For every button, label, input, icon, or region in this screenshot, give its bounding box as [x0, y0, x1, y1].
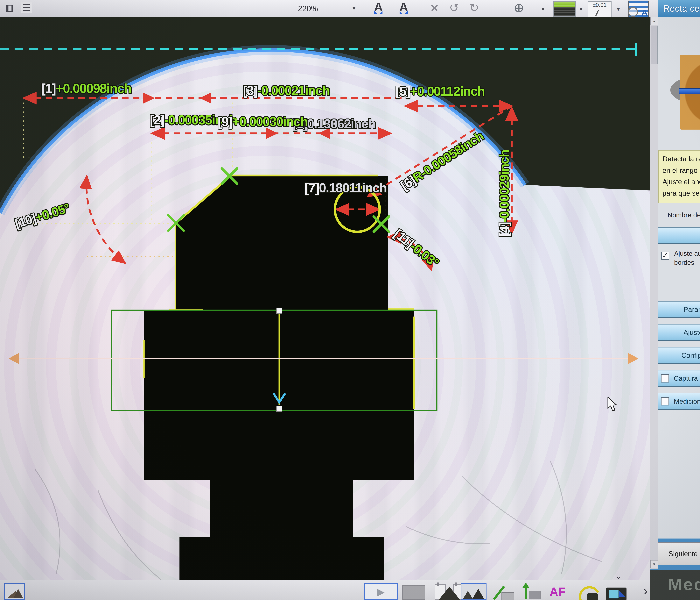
- stage-illustration-centerline: [679, 88, 700, 94]
- vertical-scrollbar[interactable]: ▲ ▼: [650, 17, 658, 569]
- auto-adjust-checkbox[interactable]: ✓: [661, 252, 669, 260]
- measurement-label-4[interactable]: [4]-0.00029inch: [498, 150, 510, 237]
- tolerance-icon[interactable]: ±0.01: [588, 1, 611, 17]
- scroll-chevron-down-icon[interactable]: ⌄: [615, 571, 622, 581]
- autofocus-icon[interactable]: AF: [550, 585, 566, 599]
- focus-capture-row[interactable]: Captura de enfoque automát: [657, 370, 700, 387]
- description-line: en el rango de detección de b: [662, 165, 700, 176]
- description-line: para que se incluyan ambos b: [662, 188, 700, 199]
- edge-draw-icon[interactable]: [497, 584, 514, 600]
- measure-mode-label[interactable]: Medir: [668, 575, 700, 594]
- mountain-icon: [438, 587, 460, 600]
- manual-measure-checkbox[interactable]: [661, 397, 669, 405]
- font-decrease-icon[interactable]: A: [374, 1, 383, 13]
- image-view-icon[interactable]: [460, 583, 486, 600]
- zoom-level[interactable]: 220%: [298, 4, 318, 13]
- font-increase-icon[interactable]: A: [399, 1, 408, 13]
- measurement-label-7[interactable]: [7]0.18011inch: [304, 182, 387, 194]
- auto-adjust-label-line2: bordes: [674, 259, 694, 266]
- zoom-dropdown-icon[interactable]: ▾: [352, 5, 355, 11]
- scroll-up-button[interactable]: ▲: [650, 17, 658, 25]
- tolerance-dropdown-icon[interactable]: ▾: [617, 6, 620, 13]
- mouse-cursor: [607, 397, 619, 412]
- list-icon[interactable]: ☰: [21, 2, 32, 13]
- expand-right-icon[interactable]: ›: [644, 584, 648, 598]
- delete-icon[interactable]: ✕: [430, 2, 439, 14]
- edge-swatch-icon[interactable]: [553, 1, 576, 17]
- measurement-label-3[interactable]: [3]-0.00021inch: [243, 84, 330, 97]
- circle-tool-icon[interactable]: ⊕: [514, 0, 524, 15]
- description-line: Ajuste el ancho del rango de: [662, 176, 700, 188]
- measure-up-icon[interactable]: [521, 582, 539, 600]
- undo-icon[interactable]: ↺: [449, 1, 459, 15]
- camera-icon[interactable]: [606, 587, 626, 600]
- panel-title: Recta central: [657, 0, 700, 17]
- image-thumb-icon[interactable]: [4, 583, 25, 600]
- report-lens-icon: [628, 7, 638, 17]
- measure-mode-area: Medir R: [650, 570, 700, 600]
- element-name-label: Nombre de elemento: [668, 211, 700, 219]
- viewport-overlay: [0, 17, 650, 580]
- play-button[interactable]: ▶: [364, 583, 398, 600]
- film-icon[interactable]: ▥: [5, 2, 14, 13]
- fit-function-header[interactable]: Función de ajuste: [657, 227, 700, 244]
- focus-capture-checkbox[interactable]: [661, 375, 669, 383]
- swatch-dropdown-icon[interactable]: ▾: [580, 6, 582, 13]
- measurement-label-9[interactable]: [9]+0.00030inch: [218, 115, 308, 128]
- manual-measure-row[interactable]: Medición manual: [657, 393, 700, 410]
- top-toolbar: ▥ ☰ 220% ▾ A A ✕ ↺ ↻ ⊕ ▾ ▾ ±0.01 ▾ A: [0, 0, 657, 18]
- section-advanced-config[interactable]: Configuración avanzada de la: [657, 347, 700, 364]
- section-extraction-params[interactable]: Parámetros de extracción de: [657, 301, 700, 318]
- lens-curve-icon[interactable]: [579, 586, 600, 600]
- bottom-toolbar: ▶ AF: [0, 580, 650, 600]
- description-line: Detecta la recta central del ob: [662, 153, 700, 165]
- section-position-range[interactable]: Ajuste de la posición/rango p: [657, 324, 700, 341]
- next-button[interactable]: Siguiente: [652, 542, 700, 565]
- measurement-label-5[interactable]: [5]+0.00112inch: [396, 85, 485, 98]
- description-box: Detecta la recta central del ob en el ra…: [658, 150, 700, 203]
- scroll-down-button[interactable]: ▼: [650, 560, 658, 568]
- redo-icon[interactable]: ↻: [469, 1, 479, 15]
- scrollbar-thumb[interactable]: [651, 26, 658, 65]
- measurement-label-1[interactable]: [1]+0.00098inch: [41, 82, 131, 95]
- auto-adjust-label-line1: Ajuste automático de parámetro: [674, 249, 700, 257]
- circle-tool-dropdown-icon[interactable]: ▾: [542, 6, 545, 13]
- report-icon[interactable]: A: [628, 1, 649, 18]
- stop-button[interactable]: [402, 585, 425, 600]
